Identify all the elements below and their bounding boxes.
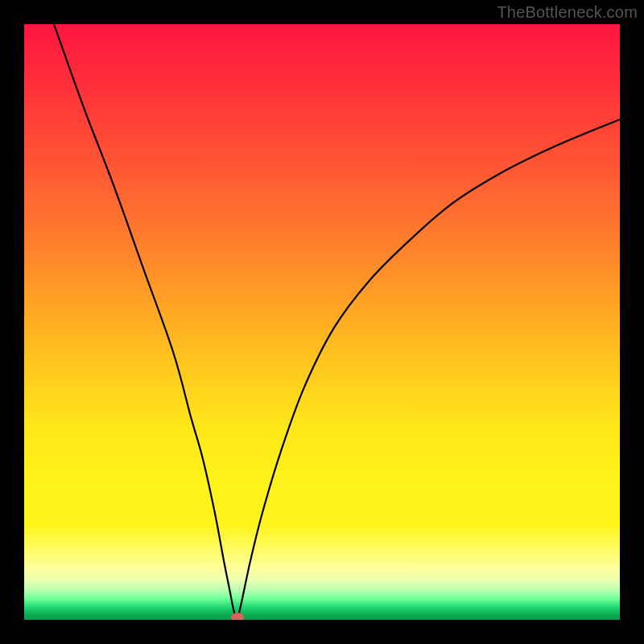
- minimum-marker-icon: [231, 613, 244, 620]
- curve-svg: [24, 24, 620, 620]
- curve-left-branch: [54, 24, 237, 620]
- chart-frame: TheBottleneck.com: [0, 0, 644, 644]
- watermark-text: TheBottleneck.com: [497, 3, 638, 22]
- plot-area: [24, 24, 620, 620]
- curve-right-branch: [237, 119, 620, 620]
